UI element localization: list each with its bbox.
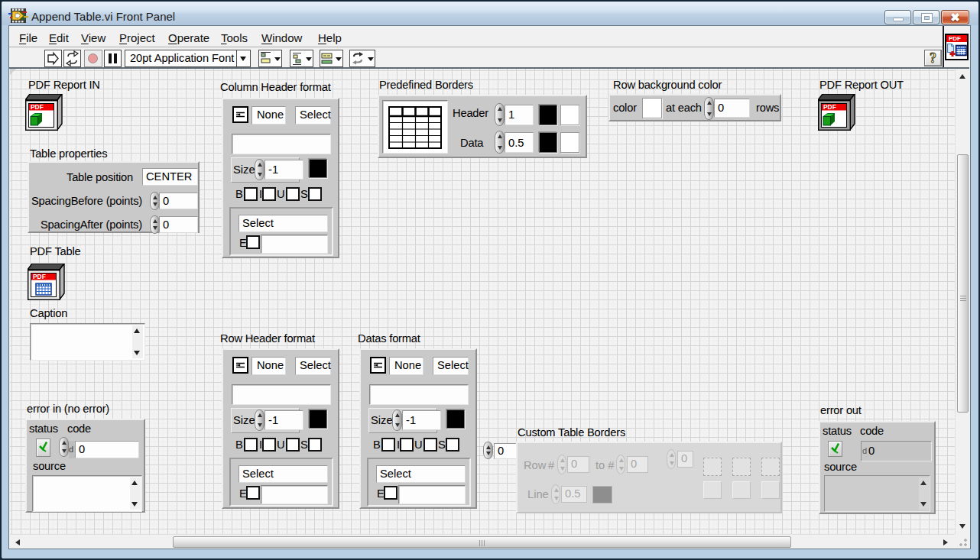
svg-text:PDF: PDF [33, 273, 46, 280]
svg-text:PDF: PDF [31, 103, 44, 111]
svg-text:?: ? [930, 50, 936, 66]
svg-text:PDF: PDF [823, 103, 836, 111]
